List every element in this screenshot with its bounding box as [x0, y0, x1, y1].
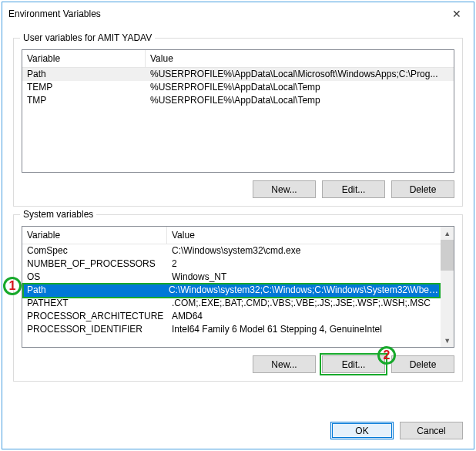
annotation-number: 1 — [9, 279, 16, 293]
cell-variable: NUMBER_OF_PROCESSORS — [22, 257, 167, 271]
system-new-button[interactable]: New... — [253, 355, 316, 373]
system-variables-listview[interactable]: Variable Value ComSpecC:\Windows\system3… — [22, 227, 441, 347]
cell-variable: TEMP — [22, 81, 146, 94]
environment-variables-dialog: Environment Variables ✕ User variables f… — [2, 2, 474, 449]
table-row[interactable]: PATHEXT.COM;.EXE;.BAT;.CMD;.VBS;.VBE;.JS… — [22, 297, 441, 310]
table-row[interactable]: OSWindows_NT — [22, 271, 441, 284]
cell-variable: OS — [22, 271, 167, 284]
user-variables-legend: User variables for AMIT YADAV — [20, 32, 155, 43]
scroll-track-space — [441, 271, 454, 334]
system-buttons-row: New... Edit... 2 Delete — [22, 355, 454, 373]
client-area: User variables for AMIT YADAV Variable V… — [2, 25, 474, 412]
table-row[interactable]: Path%USERPROFILE%\AppData\Local\Microsof… — [22, 68, 454, 81]
user-variables-listview[interactable]: Variable Value Path%USERPROFILE%\AppData… — [22, 50, 454, 172]
cell-variable: PROCESSOR_IDENTIFIER — [22, 323, 167, 336]
system-variables-legend: System variables — [20, 209, 96, 220]
close-button[interactable]: ✕ — [439, 2, 474, 25]
scroll-down-button[interactable]: ▼ — [441, 334, 454, 347]
dialog-footer: OK Cancel — [2, 412, 474, 449]
cell-value: AMD64 — [167, 310, 441, 323]
chevron-up-icon: ▲ — [444, 230, 451, 237]
cell-value: .COM;.EXE;.BAT;.CMD;.VBS;.VBE;.JS;.JSE;.… — [167, 297, 441, 310]
annotation-circle: 1 — [3, 277, 22, 295]
cell-variable: TMP — [22, 94, 146, 107]
cell-value: Windows_NT — [167, 271, 441, 284]
table-row[interactable]: NUMBER_OF_PROCESSORS2 — [22, 257, 441, 271]
scroll-thumb[interactable] — [441, 240, 454, 271]
cell-value: %USERPROFILE%\AppData\Local\Microsoft\Wi… — [146, 68, 454, 81]
cancel-button[interactable]: Cancel — [400, 422, 463, 439]
system-edit-button[interactable]: Edit... — [322, 355, 385, 373]
table-row[interactable]: TEMP%USERPROFILE%\AppData\Local\Temp — [22, 81, 454, 94]
vertical-scrollbar[interactable]: ▲ ▼ — [441, 227, 454, 347]
user-variables-group: User variables for AMIT YADAV Variable V… — [13, 38, 463, 207]
list-header: Variable Value — [22, 50, 454, 68]
titlebar: Environment Variables ✕ — [2, 2, 474, 25]
user-delete-button[interactable]: Delete — [391, 180, 454, 198]
ok-button[interactable]: OK — [330, 422, 394, 439]
cell-value: %USERPROFILE%\AppData\Local\Temp — [146, 94, 454, 107]
annotation-marker-1: 1 — [3, 277, 22, 295]
table-row[interactable]: TMP%USERPROFILE%\AppData\Local\Temp — [22, 94, 454, 107]
cell-variable: Path — [22, 68, 146, 81]
close-icon: ✕ — [452, 8, 461, 20]
table-row[interactable]: PathC:\Windows\system32;C:\Windows;C:\Wi… — [22, 284, 441, 297]
cell-variable: PATHEXT — [22, 297, 167, 310]
column-header-value[interactable]: Value — [146, 50, 454, 67]
table-row[interactable]: PROCESSOR_ARCHITECTUREAMD64 — [22, 310, 441, 323]
table-row[interactable]: ComSpecC:\Windows\system32\cmd.exe — [22, 244, 441, 257]
user-variables-list[interactable]: Variable Value Path%USERPROFILE%\AppData… — [22, 49, 454, 173]
user-edit-button[interactable]: Edit... — [322, 180, 385, 198]
system-variables-group: System variables Variable Value ComSpecC… — [13, 214, 463, 382]
chevron-down-icon: ▼ — [444, 337, 451, 345]
column-header-variable[interactable]: Variable — [22, 227, 167, 244]
cell-value: C:\Windows\system32\cmd.exe — [167, 244, 441, 257]
column-header-variable[interactable]: Variable — [22, 50, 146, 67]
system-delete-button[interactable]: Delete — [391, 355, 454, 373]
cell-variable: ComSpec — [22, 244, 167, 257]
system-variables-list[interactable]: Variable Value ComSpecC:\Windows\system3… — [22, 226, 454, 348]
cell-variable: PROCESSOR_ARCHITECTURE — [22, 310, 167, 323]
cell-value: Intel64 Family 6 Model 61 Stepping 4, Ge… — [167, 323, 441, 336]
cell-value: C:\Windows\system32;C:\Windows;C:\Window… — [164, 284, 441, 297]
scroll-up-button[interactable]: ▲ — [441, 227, 454, 240]
column-header-value[interactable]: Value — [167, 227, 441, 244]
window-title: Environment Variables — [8, 8, 101, 19]
table-row[interactable]: PROCESSOR_IDENTIFIERIntel64 Family 6 Mod… — [22, 323, 441, 336]
cell-value: %USERPROFILE%\AppData\Local\Temp — [146, 81, 454, 94]
user-new-button[interactable]: New... — [253, 180, 316, 198]
list-header: Variable Value — [22, 227, 441, 244]
cell-variable: Path — [22, 284, 164, 297]
user-buttons-row: New... Edit... Delete — [22, 180, 454, 198]
cell-value: 2 — [167, 257, 441, 271]
